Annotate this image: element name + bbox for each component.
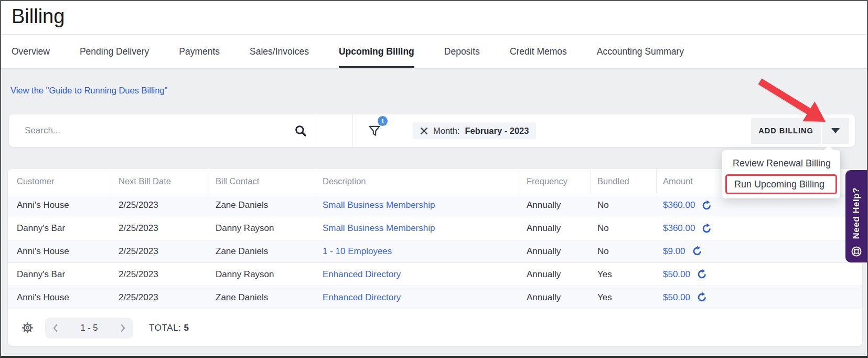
bundled-cell: No <box>591 223 657 234</box>
next-bill-date-cell: 2/25/2023 <box>112 269 209 280</box>
description-link[interactable]: Small Business Membership <box>323 223 435 234</box>
tab-credit-memos[interactable]: Credit Memos <box>510 35 567 68</box>
frequency-cell: Annually <box>520 200 591 210</box>
bill-contact-cell: Danny Rayson <box>209 269 316 280</box>
customer-cell: Danny's Bar <box>8 223 112 234</box>
next-bill-date-cell: 2/25/2023 <box>112 200 209 210</box>
column-header-frequency[interactable]: Frequency <box>520 169 591 194</box>
menu-item-review-renewal-billing[interactable]: Review Renewal Billing <box>722 154 840 173</box>
pagination: 1 - 5 <box>45 318 133 339</box>
table-row: Anni's House 2/25/2023 Zane Daniels Enha… <box>8 286 862 309</box>
customer-cell: Danny's Bar <box>8 269 112 280</box>
bill-contact-cell: Zane Daniels <box>209 246 316 257</box>
bill-contact-cell: Zane Daniels <box>209 200 316 210</box>
frequency-cell: Annually <box>520 269 591 280</box>
amount-link[interactable]: $50.00 <box>663 269 690 280</box>
add-billing-button[interactable]: ADD BILLING <box>751 118 821 144</box>
description-link[interactable]: Enhanced Directory <box>323 292 401 303</box>
tab-pending-delivery[interactable]: Pending Delivery <box>80 35 149 68</box>
column-header-bundled[interactable]: Bundled <box>591 169 657 194</box>
total-value: 5 <box>184 323 189 333</box>
help-ring-icon <box>850 245 863 258</box>
need-help-tab[interactable]: Need Help? <box>845 170 867 262</box>
description-link[interactable]: Small Business Membership <box>323 200 435 210</box>
bundled-cell: No <box>591 200 657 210</box>
title-bar: Billing <box>1 1 867 35</box>
total-count: TOTAL:5 <box>149 323 189 333</box>
amount-link[interactable]: $50.00 <box>663 292 690 303</box>
prev-page-icon[interactable] <box>51 323 60 333</box>
amount-link[interactable]: $360.00 <box>663 223 695 234</box>
next-page-icon[interactable] <box>119 323 127 333</box>
recurring-icon[interactable] <box>696 269 706 279</box>
tab-sales-invoices[interactable]: Sales/Invoices <box>250 35 309 68</box>
frequency-cell: Annually <box>520 292 591 303</box>
settings-gear-icon[interactable] <box>22 322 34 334</box>
recurring-icon[interactable] <box>701 224 711 234</box>
filter-chip-value: February - 2023 <box>465 126 529 136</box>
tab-deposits[interactable]: Deposits <box>444 35 480 68</box>
amount-link[interactable]: $9.00 <box>663 246 685 257</box>
column-header-bill-contact[interactable]: Bill Contact <box>209 169 316 194</box>
search-input[interactable] <box>25 114 276 147</box>
clear-filter-icon[interactable] <box>420 127 428 135</box>
filter-icon[interactable]: 1 <box>353 114 396 147</box>
recurring-icon[interactable] <box>696 292 706 302</box>
customer-cell: Anni's House <box>8 246 112 257</box>
description-link[interactable]: 1 - 10 Employees <box>323 246 392 257</box>
table-footer: 1 - 5 TOTAL:5 <box>8 310 862 346</box>
add-billing-caret-button[interactable] <box>822 118 849 144</box>
bundled-cell: Yes <box>591 292 657 303</box>
frequency-cell: Annually <box>520 223 591 234</box>
total-label: TOTAL: <box>149 323 181 333</box>
customer-cell: Anni's House <box>8 292 112 303</box>
need-help-label: Need Help? <box>851 187 862 239</box>
tab-accounting-summary[interactable]: Accounting Summary <box>597 35 684 68</box>
amount-link[interactable]: $360.00 <box>663 200 695 210</box>
column-header-next-bill-date[interactable]: Next Bill Date <box>112 169 209 194</box>
toolbar: 1 Month: February - 2023 ADD BILLING <box>9 114 855 147</box>
chevron-down-icon <box>831 128 840 133</box>
guide-link[interactable]: View the "Guide to Running Dues Billing" <box>10 86 167 96</box>
table-row: Danny's Bar 2/25/2023 Danny Rayson Small… <box>8 217 862 240</box>
table-body: Anni's House 2/25/2023 Zane Daniels Smal… <box>8 194 862 309</box>
search-icon[interactable] <box>286 114 315 147</box>
tab-payments[interactable]: Payments <box>179 35 220 68</box>
column-header-description[interactable]: Description <box>316 169 520 194</box>
filter-count-badge: 1 <box>378 116 388 126</box>
bundled-cell: Yes <box>591 269 657 280</box>
frequency-cell: Annually <box>520 246 591 257</box>
page-range: 1 - 5 <box>80 323 98 333</box>
next-bill-date-cell: 2/25/2023 <box>112 292 209 303</box>
tab-upcoming-billing[interactable]: Upcoming Billing <box>339 35 414 68</box>
bundled-cell: No <box>591 246 657 257</box>
filter-chip-label: Month: <box>433 126 459 136</box>
menu-item-run-upcoming-billing[interactable]: Run Upcoming Billing <box>725 174 837 194</box>
bill-contact-cell: Zane Daniels <box>209 292 316 303</box>
table-row: Anni's House 2/25/2023 Zane Daniels 1 - … <box>8 240 862 264</box>
quick-actions-bolt-icon[interactable] <box>316 114 352 147</box>
bill-contact-cell: Danny Rayson <box>209 223 316 234</box>
table-row: Danny's Bar 2/25/2023 Danny Rayson Enhan… <box>8 263 862 286</box>
month-filter-chip[interactable]: Month: February - 2023 <box>413 122 536 139</box>
customer-cell: Anni's House <box>8 200 112 210</box>
column-header-customer[interactable]: Customer <box>8 169 112 194</box>
description-link[interactable]: Enhanced Directory <box>323 269 401 280</box>
tab-overview[interactable]: Overview <box>12 35 50 68</box>
billing-page: Billing Overview Pending Delivery Paymen… <box>0 0 868 358</box>
tab-bar: Overview Pending Delivery Payments Sales… <box>1 35 867 69</box>
add-billing-dropdown: Review Renewal Billing Run Upcoming Bill… <box>722 150 840 198</box>
next-bill-date-cell: 2/25/2023 <box>112 223 209 234</box>
recurring-icon[interactable] <box>692 246 702 256</box>
next-bill-date-cell: 2/25/2023 <box>112 246 209 257</box>
recurring-icon[interactable] <box>701 201 711 210</box>
page-title: Billing <box>12 5 867 28</box>
